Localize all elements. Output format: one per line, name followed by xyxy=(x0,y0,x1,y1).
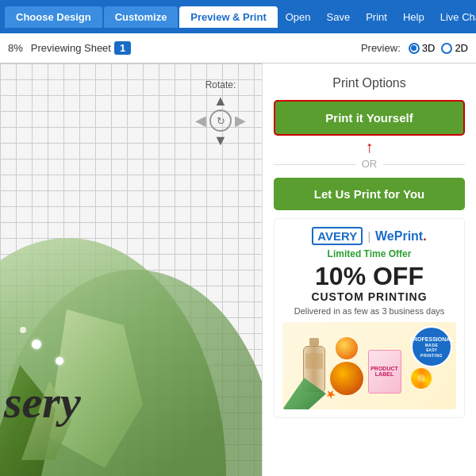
right-panel: Print Options Print it Yourself ↑ OR Let… xyxy=(262,63,476,476)
sheet-selector: Previewing Sheet 1 xyxy=(31,41,131,55)
nav-bar: Choose Design Customize Preview & Print … xyxy=(0,0,476,33)
promo-box: AVERY | WePrint. Limited Time Offer 10% … xyxy=(274,218,465,418)
preview-label: Preview: xyxy=(361,42,401,54)
canvas-area: Rotate: ▲ ◀ ↻ ▶ ▼ xyxy=(0,63,262,476)
label-3d: 3D xyxy=(422,42,436,54)
preview-2d-option[interactable]: 2D xyxy=(441,42,468,54)
avery-logo: AVERY xyxy=(312,227,363,245)
main-content: Rotate: ▲ ◀ ↻ ▶ ▼ xyxy=(0,63,476,476)
rotate-label: Rotate: xyxy=(205,79,236,90)
label-2d: 2D xyxy=(455,42,468,54)
tab-choose-design[interactable]: Choose Design xyxy=(5,6,102,28)
label-text: sery xyxy=(4,375,81,428)
promo-badge: PROFESSIONAL MADE EASY PRINTING xyxy=(411,326,452,367)
rotate-left-button[interactable]: ◀ xyxy=(195,112,206,129)
orange-splash-decor xyxy=(326,390,342,405)
radio-2d[interactable] xyxy=(441,43,452,54)
product-box: PRODUCT LABEL xyxy=(368,350,401,393)
radio-3d[interactable] xyxy=(409,43,420,54)
label-preview: sery xyxy=(0,159,262,476)
rotate-down-button[interactable]: ▼ xyxy=(213,133,228,148)
let-us-print-button[interactable]: Let Us Print for You xyxy=(274,178,465,210)
or-divider: OR xyxy=(274,158,465,170)
toolbar: 8% Previewing Sheet 1 Preview: 3D 2D xyxy=(0,33,476,63)
preview-3d-option[interactable]: 3D xyxy=(409,42,436,54)
discount-text: 10% OFF xyxy=(282,263,456,290)
tape-roll xyxy=(406,363,436,393)
print-options-title: Print Options xyxy=(274,76,465,90)
weprint-logo: WePrint. xyxy=(375,229,427,244)
limited-offer-text: Limited Time Offer xyxy=(282,248,456,259)
tab-customize[interactable]: Customize xyxy=(104,6,178,28)
custom-printing-text: CUSTOM PRINTING xyxy=(282,290,456,303)
zoom-level: 8% xyxy=(8,42,23,54)
previewing-label: Previewing Sheet xyxy=(31,42,111,54)
preview-mode-group: 3D 2D xyxy=(409,42,468,54)
tab-preview-print[interactable]: Preview & Print xyxy=(179,6,277,28)
promo-image: PRODUCT LABEL PROFESSIONAL MADE EASY PRI… xyxy=(282,322,456,409)
rotate-center-button[interactable]: ↻ xyxy=(209,109,232,132)
nav-print[interactable]: Print xyxy=(358,6,395,28)
rotate-up-button[interactable]: ▲ xyxy=(213,94,228,108)
print-yourself-button[interactable]: Print it Yourself xyxy=(274,100,465,136)
delivery-text: Delivered in as few as 3 business days xyxy=(282,306,456,316)
nav-save[interactable]: Save xyxy=(319,6,359,28)
nav-open[interactable]: Open xyxy=(278,6,319,28)
logo-separator: | xyxy=(367,230,370,243)
arrow-up-indicator: ↑ xyxy=(274,139,465,155)
nav-live-chat[interactable]: Live Chat xyxy=(432,6,476,28)
avery-weprint-logo: AVERY | WePrint. xyxy=(282,227,456,245)
sheet-number[interactable]: 1 xyxy=(114,41,131,55)
rotate-right-button[interactable]: ▶ xyxy=(235,112,246,129)
nav-help[interactable]: Help xyxy=(395,6,432,28)
